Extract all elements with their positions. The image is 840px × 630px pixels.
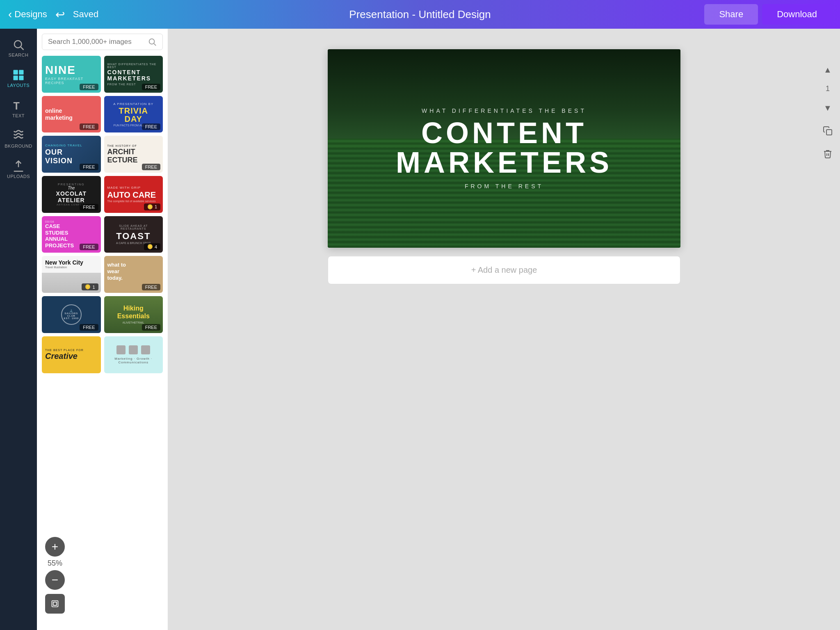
back-label: Designs bbox=[14, 9, 47, 20]
search-bar[interactable] bbox=[42, 34, 163, 50]
template-new-york-city[interactable]: New York City Travel Illustration 🪙1 bbox=[42, 256, 101, 293]
svg-rect-12 bbox=[53, 602, 57, 605]
frame-icon bbox=[51, 600, 59, 608]
slide-text-overlay: WHAT DIFFERENTIATES THE BEST CONTENT MAR… bbox=[328, 49, 680, 248]
search-icon bbox=[12, 39, 25, 51]
templates-grid: NINE EASY BREAKFAST RECIPES FREE WHAT DI… bbox=[42, 56, 163, 373]
zoom-controls: + 55% − bbox=[45, 537, 65, 614]
back-button[interactable]: ‹ Designs bbox=[8, 8, 47, 21]
badge-free: FREE bbox=[80, 84, 98, 90]
text-icon: T bbox=[12, 99, 25, 112]
slide-controls: ▲ 1 ▼ bbox=[815, 53, 840, 170]
template-sailors[interactable]: ⚓SAILORSCLUBEST. 1960 FREE bbox=[42, 296, 101, 333]
svg-rect-3 bbox=[19, 70, 23, 75]
badge-free: FREE bbox=[142, 284, 160, 290]
background-icon bbox=[12, 130, 25, 142]
template-case-studies[interactable]: 08/08 CASESTUDIESANNUALPROJECTS FREE bbox=[42, 216, 101, 253]
badge-free: FREE bbox=[80, 244, 98, 250]
badge-free: FREE bbox=[80, 123, 98, 130]
svg-text:T: T bbox=[14, 100, 20, 112]
badge-free: FREE bbox=[142, 324, 160, 331]
zoom-in-button[interactable]: + bbox=[45, 537, 65, 557]
template-auto-care[interactable]: MADE WITH GRIP AUTO CARE The complete li… bbox=[104, 176, 163, 213]
sidebar-label-uploads: UPLOADS bbox=[7, 174, 30, 179]
badge-free: FREE bbox=[142, 164, 160, 170]
badge-free: FREE bbox=[80, 204, 98, 210]
slide-content: WHAT DIFFERENTIATES THE BEST CONTENT MAR… bbox=[328, 49, 680, 248]
template-content-marketers[interactable]: WHAT DIFFERENTIATES THE BEST CONTENTMARK… bbox=[104, 56, 163, 93]
badge-paid: 🪙1 bbox=[82, 283, 98, 290]
duplicate-slide-button[interactable] bbox=[819, 123, 836, 139]
sidebar-item-layouts[interactable]: LAYOUTS bbox=[0, 63, 37, 94]
svg-rect-4 bbox=[14, 75, 18, 80]
svg-rect-11 bbox=[52, 601, 58, 607]
template-toast[interactable]: SLIDE AHEAD AT RESTAURANTS TOAST A CAFE … bbox=[104, 216, 163, 253]
page-number: 1 bbox=[826, 84, 830, 93]
svg-line-9 bbox=[154, 43, 156, 46]
sidebar-label-layouts: LAYOUTS bbox=[7, 83, 30, 88]
sidebar-item-uploads[interactable]: UPLOADS bbox=[0, 154, 37, 185]
trash-icon bbox=[823, 149, 833, 159]
sidebar-item-text[interactable]: T TEXT bbox=[0, 94, 37, 124]
main-layout: SEARCH LAYOUTS T TEXT BKGROUND bbox=[0, 29, 840, 630]
badge-free: FREE bbox=[142, 84, 160, 90]
share-button[interactable]: Share bbox=[704, 4, 758, 25]
sidebar-label-background: BKGROUND bbox=[5, 144, 32, 148]
template-communications[interactable]: Marketing · Growth · Communications bbox=[104, 336, 163, 373]
saved-status: Saved bbox=[73, 9, 98, 20]
undo-button[interactable]: ↩ bbox=[55, 8, 65, 21]
layouts-icon bbox=[12, 69, 25, 81]
fit-to-frame-button[interactable] bbox=[45, 594, 65, 614]
topbar-right-actions: Share Download bbox=[704, 4, 832, 25]
template-xocolat[interactable]: PRESENTING The XOCOLATATELIER ARTISAN CO… bbox=[42, 176, 101, 213]
zoom-level: 55% bbox=[48, 559, 62, 568]
search-input[interactable] bbox=[48, 38, 144, 46]
copy-icon bbox=[823, 126, 833, 136]
sidebar-item-search[interactable]: SEARCH bbox=[0, 33, 37, 63]
slide-container: WHAT DIFFERENTIATES THE BEST CONTENT MAR… bbox=[328, 49, 680, 248]
chevron-left-icon: ‹ bbox=[8, 8, 12, 21]
template-creative[interactable]: THE BEST PLACE FOR Creative bbox=[42, 336, 101, 373]
svg-line-1 bbox=[21, 47, 24, 50]
topbar: ‹ Designs ↩ Saved Presentation - Untitle… bbox=[0, 0, 840, 29]
template-architecture[interactable]: THE HISTORY OF ARCHITECTURE FREE bbox=[104, 136, 163, 173]
template-nine[interactable]: NINE EASY BREAKFAST RECIPES FREE bbox=[42, 56, 101, 93]
search-input-icon bbox=[148, 37, 157, 46]
arrow-down-button[interactable]: ▼ bbox=[819, 100, 836, 116]
svg-rect-10 bbox=[826, 130, 832, 135]
badge-free: FREE bbox=[80, 324, 98, 331]
svg-point-0 bbox=[14, 41, 22, 48]
template-trivia[interactable]: A PRESENTATION BY TRIVIADAY FUN FACTS FR… bbox=[104, 96, 163, 133]
svg-rect-5 bbox=[19, 75, 23, 80]
sidebar-label-search: SEARCH bbox=[9, 52, 29, 57]
svg-point-8 bbox=[149, 39, 155, 44]
sidebar-label-text: TEXT bbox=[12, 113, 25, 118]
upload-icon bbox=[12, 160, 25, 172]
sidebar-icons: SEARCH LAYOUTS T TEXT BKGROUND bbox=[0, 29, 37, 630]
delete-slide-button[interactable] bbox=[819, 146, 836, 162]
sidebar-item-background[interactable]: BKGROUND bbox=[0, 124, 37, 154]
canvas-area: WHAT DIFFERENTIATES THE BEST CONTENT MAR… bbox=[168, 29, 840, 630]
template-hiking[interactable]: HikingEssentials #LIVETHETRAIL FREE bbox=[104, 296, 163, 333]
zoom-out-button[interactable]: − bbox=[45, 570, 65, 590]
badge-paid: 🪙4 bbox=[144, 243, 160, 250]
design-title: Presentation - Untitled Design bbox=[349, 8, 491, 21]
slide-main-text: CONTENT MARKETERS bbox=[396, 118, 612, 177]
template-online-marketing[interactable]: onlinemarketing FREE bbox=[42, 96, 101, 133]
badge-free: FREE bbox=[142, 123, 160, 130]
svg-rect-2 bbox=[14, 70, 18, 75]
template-vision[interactable]: CHANGING TRAVEL OURVISION FREE bbox=[42, 136, 101, 173]
download-button[interactable]: Download bbox=[762, 4, 832, 25]
arrow-up-button[interactable]: ▲ bbox=[819, 62, 836, 78]
add-page-button[interactable]: + Add a new page bbox=[328, 256, 680, 284]
badge-paid: 🪙1 bbox=[144, 203, 160, 210]
slide-subtitle-bottom: FROM THE REST bbox=[465, 183, 543, 189]
badge-free: FREE bbox=[80, 164, 98, 170]
slide-subtitle-top: WHAT DIFFERENTIATES THE BEST bbox=[422, 107, 587, 114]
template-what-to-wear[interactable]: what toweartoday. FREE bbox=[104, 256, 163, 293]
